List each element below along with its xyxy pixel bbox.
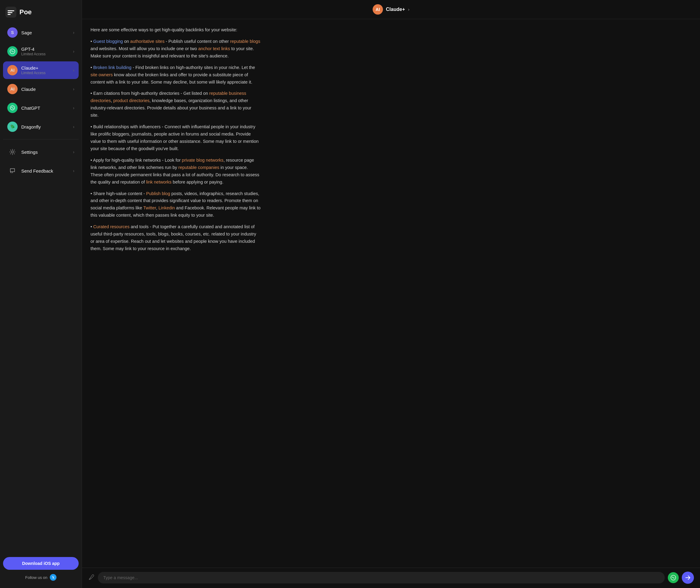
avatar-claude: AI xyxy=(7,84,18,94)
svg-rect-2 xyxy=(8,12,12,13)
feedback-icon xyxy=(7,166,18,176)
chevron-claudeplus: › xyxy=(73,68,74,73)
nav-name-dragonfly: Dragonfly xyxy=(21,124,41,129)
broom-icon[interactable] xyxy=(88,574,95,582)
link-curated-resources[interactable]: Curated resources xyxy=(93,224,129,229)
app-title: Poe xyxy=(19,8,32,16)
nav-sub-claudeplus: Limited Access xyxy=(21,71,46,75)
avatar-claudeplus: AI xyxy=(7,65,18,75)
send-button[interactable] xyxy=(682,572,694,584)
chat-header-avatar: AI xyxy=(373,4,383,15)
settings-label: Settings xyxy=(21,149,38,155)
chevron-sage: › xyxy=(73,30,74,35)
avatar-chatgpt xyxy=(7,103,18,113)
chevron-feedback: › xyxy=(73,168,74,173)
bullet-7: • Curated resources and tools - Put toge… xyxy=(90,223,261,252)
bullet-4: • Build relationships with influencers -… xyxy=(90,123,261,152)
sidebar-item-settings[interactable]: Settings › xyxy=(3,143,79,161)
sidebar-item-dragonfly[interactable]: 🪲 Dragonfly › xyxy=(3,118,79,135)
sidebar-item-chatgpt[interactable]: ChatGPT › xyxy=(3,99,79,117)
chevron-dragonfly: › xyxy=(73,124,74,129)
nav-name-chatgpt: ChatGPT xyxy=(21,105,40,111)
link-link-networks[interactable]: link networks xyxy=(146,179,172,184)
chat-header-chevron: › xyxy=(408,7,410,12)
svg-point-6 xyxy=(12,151,14,153)
follow-us-section: Follow us on 𝕏 xyxy=(3,572,79,583)
nav-name-gpt4: GPT-4 xyxy=(21,46,46,52)
chevron-claude: › xyxy=(73,87,74,91)
link-linkedin[interactable]: Linkedin xyxy=(159,205,175,210)
link-twitter[interactable]: Twitter xyxy=(143,205,156,210)
link-authoritative-sites[interactable]: authoritative sites xyxy=(130,39,165,44)
chat-input-bar xyxy=(82,568,700,588)
poe-logo-icon xyxy=(5,7,16,18)
link-anchor-text[interactable]: anchor text links xyxy=(198,46,230,51)
chevron-gpt4: › xyxy=(73,49,74,54)
chat-input-wrapper xyxy=(98,572,665,583)
logo[interactable]: Poe xyxy=(3,5,79,24)
chat-header-name: Claude+ xyxy=(386,7,405,12)
link-private-blog-networks[interactable]: private blog networks xyxy=(182,158,224,162)
sidebar-item-feedback[interactable]: Send Feedback › xyxy=(3,162,79,179)
sidebar-item-gpt4[interactable]: GPT-4 Limited Access › xyxy=(3,43,79,60)
chevron-chatgpt: › xyxy=(73,105,74,110)
follow-label: Follow us on xyxy=(25,575,47,580)
nav-name-claude: Claude xyxy=(21,87,36,92)
chat-messages: Here are some effective ways to get high… xyxy=(82,19,700,568)
avatar-gpt4 xyxy=(7,46,18,56)
chevron-settings: › xyxy=(73,149,74,154)
feedback-label: Send Feedback xyxy=(21,168,53,173)
chat-main: AI Claude+ › Here are some effective way… xyxy=(82,0,700,588)
avatar-dragonfly: 🪲 xyxy=(7,121,18,132)
link-reputable-blogs[interactable]: reputable blogs xyxy=(230,39,260,44)
sidebar-item-claude[interactable]: AI Claude › xyxy=(3,80,79,98)
sidebar-item-sage[interactable]: S Sage › xyxy=(3,24,79,41)
claude-icon-button[interactable] xyxy=(668,572,679,583)
svg-rect-1 xyxy=(8,10,14,11)
sidebar-item-claudeplus[interactable]: AI Claude+ Limited Access › xyxy=(3,61,79,79)
chat-input[interactable] xyxy=(103,575,659,580)
nav-name-sage: Sage xyxy=(21,30,32,35)
sidebar-bottom: Download iOS app Follow us on 𝕏 xyxy=(3,555,79,583)
bullet-3: • Earn citations from high-authority dir… xyxy=(90,90,261,119)
message-intro: Here are some effective ways to get high… xyxy=(90,26,261,34)
link-reputable-companies[interactable]: reputable companies xyxy=(178,165,219,170)
nav-sub-gpt4: Limited Access xyxy=(21,52,46,56)
link-broken-link-building[interactable]: Broken link building xyxy=(93,65,131,70)
chat-header: AI Claude+ › xyxy=(82,0,700,19)
nav-list: S Sage › GPT-4 Limited Access › xyxy=(3,24,79,555)
svg-rect-3 xyxy=(8,14,11,15)
link-publish-blog[interactable]: Publish blog xyxy=(146,191,170,196)
bullet-6: • Share high-value content - Publish blo… xyxy=(90,190,261,219)
message-body: Here are some effective ways to get high… xyxy=(90,26,261,252)
chat-header-bot[interactable]: AI Claude+ › xyxy=(373,4,409,15)
bullet-1: • Guest blogging on authoritative sites … xyxy=(90,38,261,60)
download-ios-button[interactable]: Download iOS app xyxy=(3,557,79,570)
twitter-icon[interactable]: 𝕏 xyxy=(50,574,56,581)
sidebar: Poe S Sage › GPT-4 Limited Access xyxy=(0,0,82,588)
avatar-sage: S xyxy=(7,27,18,38)
link-guest-blogging[interactable]: Guest blogging xyxy=(93,39,123,44)
link-product-directories[interactable]: product directories xyxy=(113,98,149,103)
nav-name-claudeplus: Claude+ xyxy=(21,65,46,70)
link-site-owners[interactable]: site owners xyxy=(90,72,113,77)
nav-divider xyxy=(3,139,79,139)
settings-icon xyxy=(7,147,18,157)
bullet-2: • Broken link building - Find broken lin… xyxy=(90,64,261,86)
bullet-5: • Apply for high-quality link networks -… xyxy=(90,157,261,186)
